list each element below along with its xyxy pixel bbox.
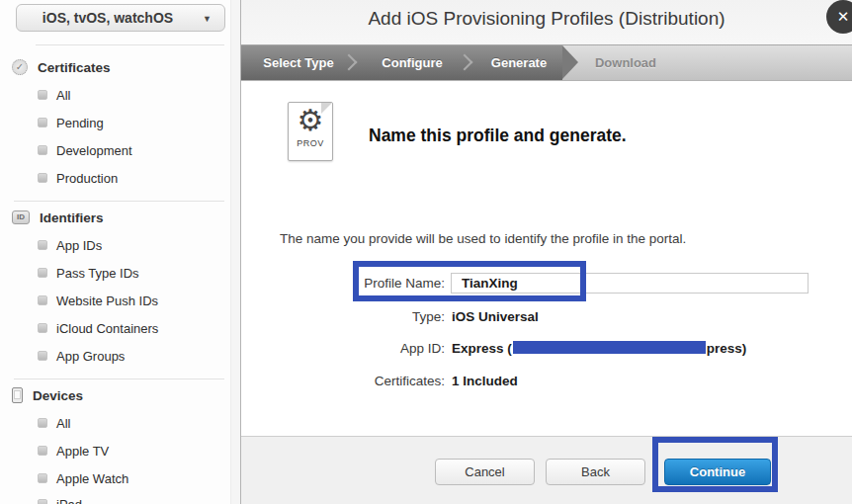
bullet-icon [38,240,47,250]
sidebar-section-devices: Devices [12,386,83,404]
bullet-icon [38,118,47,127]
section-title: Devices [33,388,83,403]
id-badge-icon: ID [12,210,30,224]
prov-file-label: PROV [289,138,332,148]
close-icon[interactable]: ✕ [826,0,852,34]
section-title: Identifiers [40,210,104,225]
sidebar-item-apple-watch[interactable]: Apple Watch [38,470,128,486]
app-id-prefix: Express ( [452,341,512,356]
platform-dropdown[interactable]: iOS, tvOS, watchOS ▼ [16,4,225,32]
sidebar-item-label: All [56,416,70,431]
bullet-icon [38,145,47,155]
step-download: Download [574,45,677,80]
sidebar: iOS, tvOS, watchOS ▼ ✓ Certificates All … [0,0,241,504]
sidebar-section-certificates: ✓ Certificates [12,58,111,76]
divider [14,378,224,379]
device-icon [12,387,23,403]
sidebar-item-app-ids[interactable]: App IDs [38,237,102,253]
bullet-icon [38,418,47,428]
step-heading: Name this profile and generate. [369,126,627,146]
bullet-icon [38,90,47,100]
type-value: iOS Universal [452,309,539,324]
developer-portal-page: iOS, tvOS, watchOS ▼ ✓ Certificates All … [0,0,852,504]
step-configure: Configure [361,45,464,80]
sidebar-item-label: iPad [56,497,82,504]
cancel-button[interactable]: Cancel [435,459,535,485]
app-id-value: Express (press) [452,341,746,356]
sidebar-item-app-groups[interactable]: App Groups [38,348,125,364]
annotation-redaction-bar [513,341,706,354]
bullet-icon [38,295,47,305]
profile-name-input[interactable] [451,273,809,294]
bullet-icon [38,323,47,333]
sidebar-item-label: App Groups [56,349,125,364]
sidebar-item-label: Production [56,171,118,186]
sidebar-item-production[interactable]: Production [38,170,118,186]
sidebar-item-label: Apple TV [56,444,109,459]
sidebar-item-icloud-containers[interactable]: iCloud Containers [38,320,158,336]
continue-button[interactable]: Continue [664,459,771,485]
bullet-icon [38,268,47,278]
bullet-icon [38,473,47,483]
bullet-icon [38,351,47,361]
platform-dropdown-label: iOS, tvOS, watchOS [43,10,173,26]
sidebar-item-devices-all[interactable]: All [38,415,70,431]
modal-panel: Add iOS Provisioning Profiles (Distribut… [241,0,852,504]
prov-file-icon: ⚙ PROV [288,102,333,161]
modal-footer: Cancel Back Continue [241,436,852,504]
type-label: Type: [241,309,445,324]
sidebar-item-pending[interactable]: Pending [38,115,104,130]
sidebar-item-development[interactable]: Development [38,142,132,158]
chevron-down-icon: ▼ [203,14,212,24]
page-title: Add iOS Provisioning Profiles (Distribut… [241,0,852,38]
bullet-icon [38,173,47,183]
sidebar-item-pass-type-ids[interactable]: Pass Type IDs [38,265,139,281]
sidebar-item-label: All [56,88,70,103]
step-select-type: Select Type [247,45,350,80]
folded-corner-icon [321,103,332,114]
sidebar-item-website-push-ids[interactable]: Website Push IDs [38,293,158,308]
bullet-icon [38,499,47,504]
certificates-label: Certificates: [241,374,445,388]
sidebar-section-identifiers: ID Identifiers [12,209,104,226]
step-generate: Generate [468,45,570,80]
divider [36,44,224,45]
certificates-value: 1 Included [452,374,518,388]
description-text: The name you provide will be used to ide… [280,231,686,246]
bullet-icon [38,446,47,456]
modal-header: Add iOS Provisioning Profiles (Distribut… [241,0,852,44]
sidebar-item-ipad[interactable]: iPad [38,496,82,504]
sidebar-item-label: Pending [56,116,104,130]
sidebar-item-label: Pass Type IDs [56,266,139,281]
sidebar-item-label: Apple Watch [56,471,128,486]
sidebar-item-label: App IDs [56,238,102,253]
section-title: Certificates [38,60,111,75]
sidebar-item-label: iCloud Containers [56,321,158,336]
sidebar-scrollbar[interactable] [230,0,240,504]
back-button[interactable]: Back [546,459,645,485]
divider [14,201,224,202]
app-id-label: App ID: [241,341,445,356]
sidebar-item-certificates-all[interactable]: All [38,87,70,103]
profile-name-label: Profile Name: [241,276,445,291]
wizard-progress-bar: Select Type Configure Generate Download [241,44,852,81]
sidebar-item-label: Website Push IDs [56,294,158,308]
certificate-seal-icon: ✓ [12,59,28,75]
sidebar-item-label: Development [56,143,132,158]
app-id-suffix: press) [707,341,747,356]
sidebar-item-apple-tv[interactable]: Apple TV [38,443,109,459]
